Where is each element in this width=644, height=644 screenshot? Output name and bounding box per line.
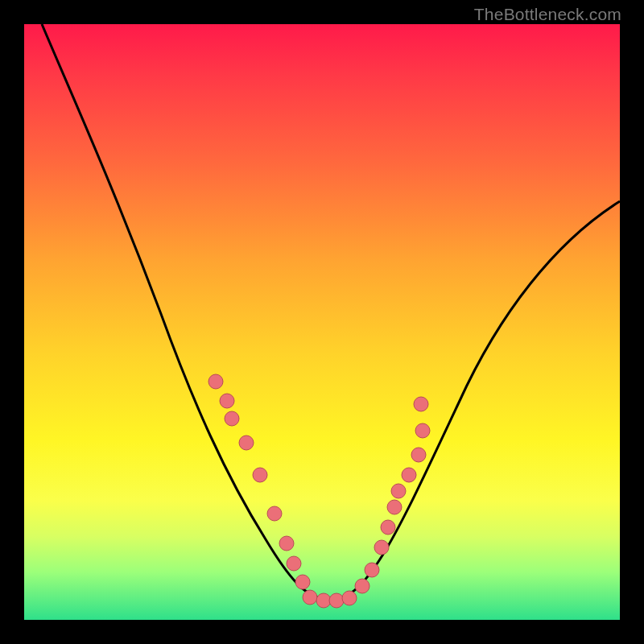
bottleneck-curve-svg <box>24 24 620 620</box>
data-point <box>381 520 395 535</box>
data-point <box>355 579 369 593</box>
chart-container: TheBottleneck.com <box>0 0 644 644</box>
data-point <box>239 436 254 450</box>
data-point <box>303 590 317 605</box>
data-point <box>374 540 389 555</box>
data-point <box>316 593 331 608</box>
data-point <box>267 506 282 521</box>
data-point <box>208 374 223 389</box>
bottleneck-curve-path <box>42 24 620 600</box>
data-point <box>387 500 402 514</box>
watermark-text: TheBottleneck.com <box>474 5 621 24</box>
data-point <box>402 468 416 482</box>
data-point <box>414 397 428 411</box>
data-point <box>391 484 406 498</box>
data-point <box>287 556 301 571</box>
data-point <box>253 468 267 482</box>
data-point <box>279 536 294 551</box>
data-point <box>329 593 344 608</box>
data-point <box>415 423 430 438</box>
plot-area <box>24 24 620 620</box>
data-point <box>295 575 310 589</box>
data-point <box>411 448 426 462</box>
data-point <box>342 591 357 605</box>
data-point <box>220 394 234 408</box>
data-point <box>225 411 239 426</box>
data-point <box>365 563 379 577</box>
